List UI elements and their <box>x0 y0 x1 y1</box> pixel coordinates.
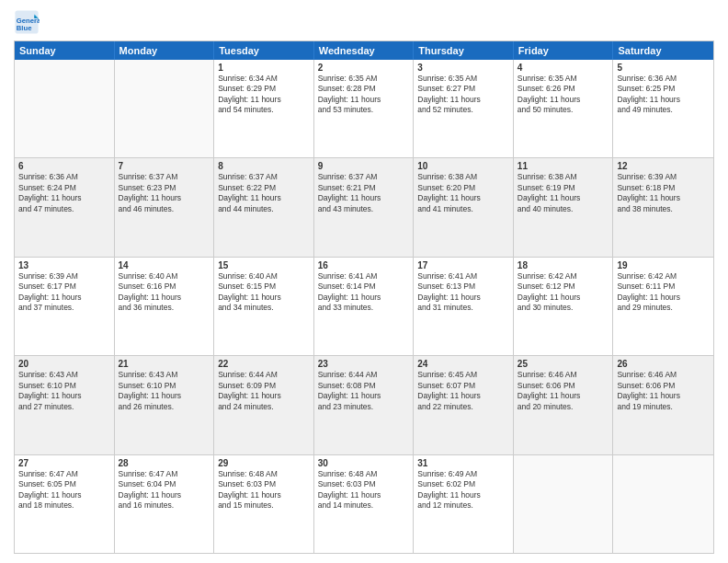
header: General Blue <box>14 9 714 35</box>
header-day-tuesday: Tuesday <box>214 41 314 60</box>
calendar-cell <box>514 455 614 553</box>
day-number: 14 <box>119 260 210 270</box>
day-number: 29 <box>218 458 310 468</box>
day-number: 26 <box>617 359 710 369</box>
day-number: 6 <box>18 161 110 171</box>
header-day-sunday: Sunday <box>15 41 115 60</box>
calendar-body: 1Sunrise: 6:34 AM Sunset: 6:29 PM Daylig… <box>15 60 713 553</box>
calendar-cell: 4Sunrise: 6:35 AM Sunset: 6:26 PM Daylig… <box>514 60 614 157</box>
day-info: Sunrise: 6:49 AM Sunset: 6:02 PM Dayligh… <box>417 469 509 511</box>
day-info: Sunrise: 6:40 AM Sunset: 6:16 PM Dayligh… <box>119 271 210 314</box>
calendar-cell: 13Sunrise: 6:39 AM Sunset: 6:17 PM Dayli… <box>15 258 115 355</box>
calendar-cell: 19Sunrise: 6:42 AM Sunset: 6:11 PM Dayli… <box>613 258 713 355</box>
calendar-cell: 26Sunrise: 6:46 AM Sunset: 6:06 PM Dayli… <box>613 356 713 454</box>
day-info: Sunrise: 6:48 AM Sunset: 6:03 PM Dayligh… <box>218 469 310 511</box>
day-info: Sunrise: 6:43 AM Sunset: 6:10 PM Dayligh… <box>18 370 110 412</box>
calendar-cell <box>115 60 215 157</box>
logo: General Blue <box>14 9 40 35</box>
header-day-wednesday: Wednesday <box>314 41 415 60</box>
day-number: 11 <box>518 161 609 171</box>
calendar-cell: 28Sunrise: 6:47 AM Sunset: 6:04 PM Dayli… <box>115 455 215 553</box>
day-info: Sunrise: 6:35 AM Sunset: 6:28 PM Dayligh… <box>318 74 410 116</box>
header-day-monday: Monday <box>115 41 215 60</box>
calendar-week-4: 20Sunrise: 6:43 AM Sunset: 6:10 PM Dayli… <box>15 356 713 454</box>
day-info: Sunrise: 6:36 AM Sunset: 6:25 PM Dayligh… <box>617 74 710 116</box>
day-number: 21 <box>119 359 210 369</box>
calendar-week-2: 6Sunrise: 6:36 AM Sunset: 6:24 PM Daylig… <box>15 158 713 257</box>
day-number: 7 <box>119 161 210 171</box>
day-info: Sunrise: 6:40 AM Sunset: 6:15 PM Dayligh… <box>218 271 310 314</box>
calendar-cell: 31Sunrise: 6:49 AM Sunset: 6:02 PM Dayli… <box>414 455 514 553</box>
day-info: Sunrise: 6:39 AM Sunset: 6:18 PM Dayligh… <box>617 172 710 214</box>
calendar-cell <box>613 455 713 553</box>
calendar-cell: 10Sunrise: 6:38 AM Sunset: 6:20 PM Dayli… <box>414 158 514 256</box>
calendar-cell: 14Sunrise: 6:40 AM Sunset: 6:16 PM Dayli… <box>115 258 215 355</box>
day-info: Sunrise: 6:36 AM Sunset: 6:24 PM Dayligh… <box>18 172 110 214</box>
day-info: Sunrise: 6:39 AM Sunset: 6:17 PM Dayligh… <box>18 271 110 314</box>
calendar-week-1: 1Sunrise: 6:34 AM Sunset: 6:29 PM Daylig… <box>15 60 713 158</box>
calendar-cell: 29Sunrise: 6:48 AM Sunset: 6:03 PM Dayli… <box>214 455 314 553</box>
header-day-friday: Friday <box>514 41 614 60</box>
calendar-cell: 5Sunrise: 6:36 AM Sunset: 6:25 PM Daylig… <box>613 60 713 157</box>
page: General Blue SundayMondayTuesdayWednesda… <box>0 0 728 563</box>
day-number: 23 <box>318 359 410 369</box>
day-number: 10 <box>417 161 509 171</box>
day-number: 30 <box>318 458 410 468</box>
day-number: 22 <box>218 359 310 369</box>
day-info: Sunrise: 6:38 AM Sunset: 6:19 PM Dayligh… <box>518 172 609 214</box>
calendar-cell: 17Sunrise: 6:41 AM Sunset: 6:13 PM Dayli… <box>414 258 514 355</box>
day-info: Sunrise: 6:37 AM Sunset: 6:23 PM Dayligh… <box>119 172 210 214</box>
calendar-cell: 18Sunrise: 6:42 AM Sunset: 6:12 PM Dayli… <box>514 258 614 355</box>
calendar-cell: 9Sunrise: 6:37 AM Sunset: 6:21 PM Daylig… <box>314 158 415 256</box>
day-number: 12 <box>617 161 710 171</box>
day-number: 18 <box>518 260 609 270</box>
day-number: 17 <box>417 260 509 270</box>
calendar: SundayMondayTuesdayWednesdayThursdayFrid… <box>14 40 714 554</box>
day-info: Sunrise: 6:35 AM Sunset: 6:26 PM Dayligh… <box>518 74 609 116</box>
day-info: Sunrise: 6:46 AM Sunset: 6:06 PM Dayligh… <box>518 370 609 412</box>
calendar-cell: 6Sunrise: 6:36 AM Sunset: 6:24 PM Daylig… <box>15 158 115 256</box>
calendar-cell: 11Sunrise: 6:38 AM Sunset: 6:19 PM Dayli… <box>514 158 614 256</box>
day-info: Sunrise: 6:38 AM Sunset: 6:20 PM Dayligh… <box>417 172 509 214</box>
calendar-cell: 27Sunrise: 6:47 AM Sunset: 6:05 PM Dayli… <box>15 455 115 553</box>
day-info: Sunrise: 6:41 AM Sunset: 6:13 PM Dayligh… <box>417 271 509 314</box>
day-info: Sunrise: 6:41 AM Sunset: 6:14 PM Dayligh… <box>318 271 410 314</box>
calendar-cell: 16Sunrise: 6:41 AM Sunset: 6:14 PM Dayli… <box>314 258 415 355</box>
day-number: 8 <box>218 161 310 171</box>
calendar-cell: 21Sunrise: 6:43 AM Sunset: 6:10 PM Dayli… <box>115 356 215 454</box>
calendar-cell: 30Sunrise: 6:48 AM Sunset: 6:03 PM Dayli… <box>314 455 415 553</box>
day-info: Sunrise: 6:42 AM Sunset: 6:11 PM Dayligh… <box>617 271 710 314</box>
day-number: 9 <box>318 161 410 171</box>
calendar-cell: 24Sunrise: 6:45 AM Sunset: 6:07 PM Dayli… <box>414 356 514 454</box>
calendar-cell: 7Sunrise: 6:37 AM Sunset: 6:23 PM Daylig… <box>115 158 215 256</box>
calendar-cell: 25Sunrise: 6:46 AM Sunset: 6:06 PM Dayli… <box>514 356 614 454</box>
day-info: Sunrise: 6:35 AM Sunset: 6:27 PM Dayligh… <box>417 74 509 116</box>
day-number: 3 <box>417 63 509 73</box>
day-number: 5 <box>617 63 710 73</box>
header-day-saturday: Saturday <box>613 41 713 60</box>
day-number: 28 <box>119 458 210 468</box>
calendar-cell <box>15 60 115 157</box>
day-info: Sunrise: 6:45 AM Sunset: 6:07 PM Dayligh… <box>417 370 509 412</box>
day-number: 24 <box>417 359 509 369</box>
day-number: 4 <box>518 63 609 73</box>
day-number: 31 <box>417 458 509 468</box>
calendar-cell: 20Sunrise: 6:43 AM Sunset: 6:10 PM Dayli… <box>15 356 115 454</box>
day-info: Sunrise: 6:48 AM Sunset: 6:03 PM Dayligh… <box>318 469 410 511</box>
calendar-week-3: 13Sunrise: 6:39 AM Sunset: 6:17 PM Dayli… <box>15 258 713 356</box>
day-number: 19 <box>617 260 710 270</box>
day-info: Sunrise: 6:44 AM Sunset: 6:09 PM Dayligh… <box>218 370 310 412</box>
day-info: Sunrise: 6:37 AM Sunset: 6:22 PM Dayligh… <box>218 172 310 214</box>
calendar-week-5: 27Sunrise: 6:47 AM Sunset: 6:05 PM Dayli… <box>15 455 713 553</box>
calendar-header: SundayMondayTuesdayWednesdayThursdayFrid… <box>15 41 713 60</box>
day-info: Sunrise: 6:34 AM Sunset: 6:29 PM Dayligh… <box>218 74 310 116</box>
logo-icon: General Blue <box>14 9 40 35</box>
day-number: 25 <box>518 359 609 369</box>
day-number: 2 <box>318 63 410 73</box>
calendar-cell: 12Sunrise: 6:39 AM Sunset: 6:18 PM Dayli… <box>613 158 713 256</box>
day-info: Sunrise: 6:43 AM Sunset: 6:10 PM Dayligh… <box>119 370 210 412</box>
day-number: 15 <box>218 260 310 270</box>
day-info: Sunrise: 6:44 AM Sunset: 6:08 PM Dayligh… <box>318 370 410 412</box>
day-info: Sunrise: 6:47 AM Sunset: 6:04 PM Dayligh… <box>119 469 210 511</box>
day-number: 13 <box>18 260 110 270</box>
